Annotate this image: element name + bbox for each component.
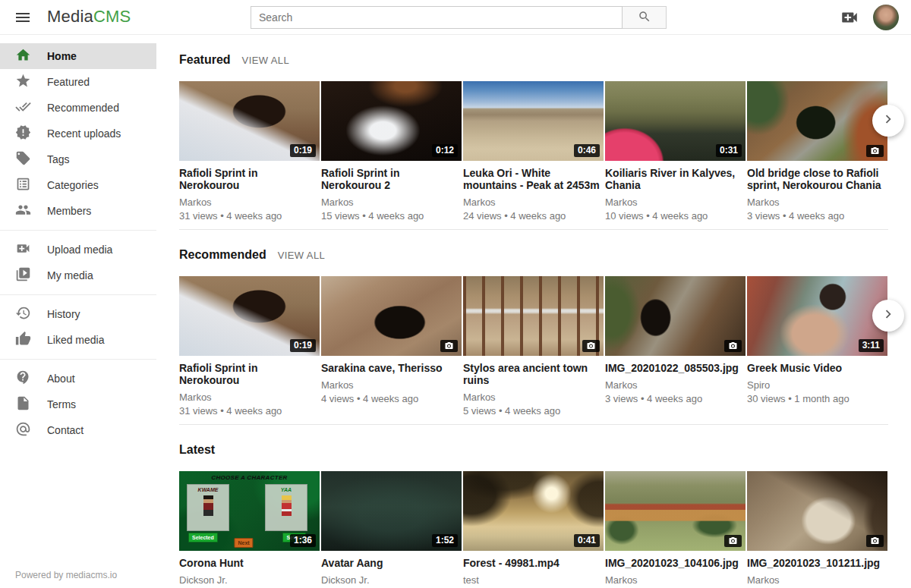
search-button[interactable] xyxy=(623,6,667,29)
camera-icon xyxy=(728,341,738,351)
divider xyxy=(0,359,156,360)
menu-icon[interactable] xyxy=(14,8,32,27)
media-card[interactable]: IMG_20201023_101211.jpg Markos 4 views •… xyxy=(747,471,887,588)
sidebar-item-tags[interactable]: Tags xyxy=(0,146,156,172)
section-recommended: Recommended VIEW ALL 0:19 Rafioli Sprint… xyxy=(179,230,888,425)
image-thumbnail[interactable] xyxy=(605,276,746,356)
media-title[interactable]: Greek Music Video xyxy=(747,362,887,374)
media-author[interactable]: Markos xyxy=(463,197,604,208)
sidebar-item-terms[interactable]: Terms xyxy=(0,391,156,417)
media-title[interactable]: IMG_20201022_085503.jpg xyxy=(605,362,746,374)
media-card[interactable]: 0:41 Forest - 49981.mp4 test 17 views • … xyxy=(463,471,604,588)
media-card[interactable]: Sarakina cave, Therisso Markos 4 views •… xyxy=(321,276,462,417)
media-title[interactable]: Koiliaris River in Kalyves, Chania xyxy=(605,167,746,191)
media-card[interactable]: 0:19 Rafioli Sprint in Nerokourou Markos… xyxy=(179,81,320,222)
media-card[interactable]: 0:31 Koiliaris River in Kalyves, Chania … xyxy=(605,81,746,222)
media-card[interactable]: 3:11 Greek Music Video Spiro 30 views • … xyxy=(747,276,887,417)
media-author[interactable]: Markos xyxy=(747,197,887,208)
video-library-icon xyxy=(15,266,31,285)
sidebar-item-recent-uploads[interactable]: Recent uploads xyxy=(0,121,156,146)
media-card[interactable]: 0:19 Rafioli Sprint in Nerokourou Markos… xyxy=(179,276,320,417)
media-author[interactable]: Markos xyxy=(463,391,604,403)
media-author[interactable]: Markos xyxy=(179,391,320,403)
media-card[interactable]: 1:52 Avatar Aang Dickson Jr. 12 views • … xyxy=(321,471,462,588)
image-thumbnail[interactable] xyxy=(463,276,604,356)
sidebar-item-my-media[interactable]: My media xyxy=(0,263,156,288)
sidebar-label: Contact xyxy=(47,424,84,436)
media-author[interactable]: Markos xyxy=(605,197,746,208)
carousel-next-button[interactable] xyxy=(872,105,904,137)
video-thumbnail[interactable]: 0:19 xyxy=(179,81,320,161)
view-all-link[interactable]: VIEW ALL xyxy=(278,250,325,261)
sidebar-item-recommended[interactable]: Recommended xyxy=(0,95,156,121)
sidebar-item-liked-media[interactable]: Liked media xyxy=(0,327,156,353)
video-thumbnail[interactable]: 3:11 xyxy=(747,276,887,356)
thumb-character-name: KWAME xyxy=(188,487,229,492)
sidebar-item-about[interactable]: About xyxy=(0,366,156,391)
video-thumbnail[interactable]: CHOOSE A CHARACTER KWAME YAA Selected Ne… xyxy=(179,471,320,551)
sidebar-item-contact[interactable]: Contact xyxy=(0,417,156,443)
media-title[interactable]: Leuka Ori - White mountains - Peak at 24… xyxy=(463,167,604,191)
user-avatar[interactable] xyxy=(873,5,899,30)
video-thumbnail[interactable]: 0:31 xyxy=(605,81,746,161)
video-thumbnail[interactable]: 0:19 xyxy=(179,276,320,356)
sidebar-item-featured[interactable]: Featured xyxy=(0,69,156,95)
media-title[interactable]: Old bridge close to Rafioli sprint, Nero… xyxy=(747,167,887,191)
media-author[interactable]: Markos xyxy=(321,379,462,391)
media-card[interactable]: IMG_20201022_085503.jpg Markos 3 views •… xyxy=(605,276,746,417)
media-card[interactable]: IMG_20201023_104106.jpg Markos 4 views •… xyxy=(605,471,746,588)
image-thumbnail[interactable] xyxy=(747,81,887,161)
media-author[interactable]: Markos xyxy=(179,197,320,208)
sidebar-item-home[interactable]: Home xyxy=(0,43,156,69)
video-upload-icon[interactable] xyxy=(840,8,859,27)
video-thumbnail[interactable]: 0:12 xyxy=(321,81,462,161)
sidebar-item-upload-media[interactable]: Upload media xyxy=(0,237,156,263)
view-all-link[interactable]: VIEW ALL xyxy=(242,55,289,66)
media-title[interactable]: Rafioli Sprint in Nerokourou xyxy=(179,362,320,386)
powered-by-link[interactable]: Powered by mediacms.io xyxy=(15,570,117,580)
media-card[interactable]: CHOOSE A CHARACTER KWAME YAA Selected Ne… xyxy=(179,471,320,588)
media-author[interactable]: Markos xyxy=(747,574,887,586)
sidebar-item-members[interactable]: Members xyxy=(0,198,156,224)
sidebar: Home Featured Recommended Recent uploads… xyxy=(0,36,156,588)
app-logo[interactable]: MediaCMS xyxy=(47,7,131,27)
media-author[interactable]: Dickson Jr. xyxy=(321,574,462,586)
media-title[interactable]: Rafioli Sprint in Nerokourou xyxy=(179,167,320,191)
thumb-selected-button: Selected xyxy=(188,533,218,542)
image-thumbnail[interactable] xyxy=(605,471,746,551)
media-title[interactable]: IMG_20201023_101211.jpg xyxy=(747,557,887,569)
media-card[interactable]: 0:46 Leuka Ori - White mountains - Peak … xyxy=(463,81,604,222)
media-author[interactable]: Markos xyxy=(605,574,746,586)
sidebar-item-categories[interactable]: Categories xyxy=(0,172,156,198)
media-meta: 3 views • 4 weeks ago xyxy=(747,210,887,222)
carousel-next-button[interactable] xyxy=(872,300,904,332)
media-title[interactable]: Avatar Aang xyxy=(321,557,462,569)
video-thumbnail[interactable]: 0:46 xyxy=(463,81,604,161)
image-thumbnail[interactable] xyxy=(747,471,887,551)
media-title[interactable]: Corona Hunt xyxy=(179,557,320,569)
media-author[interactable]: Spiro xyxy=(747,379,887,391)
media-card[interactable]: 0:12 Rafioli Sprint in Nerokourou 2 Mark… xyxy=(321,81,462,222)
search-input[interactable] xyxy=(251,6,623,29)
media-card[interactable]: Stylos area ancient town ruins Markos 5 … xyxy=(463,276,604,417)
video-thumbnail[interactable]: 1:52 xyxy=(321,471,462,551)
media-title[interactable]: IMG_20201023_104106.jpg xyxy=(605,557,746,569)
media-title[interactable]: Rafioli Sprint in Nerokourou 2 xyxy=(321,167,462,191)
media-author[interactable]: Markos xyxy=(605,379,746,391)
sidebar-item-history[interactable]: History xyxy=(0,301,156,327)
thumb-character-panel: YAA xyxy=(265,484,307,531)
thumb-up-icon xyxy=(15,331,31,350)
camera-icon xyxy=(870,146,880,156)
media-title[interactable]: Sarakina cave, Therisso xyxy=(321,362,462,374)
media-author[interactable]: Dickson Jr. xyxy=(179,574,320,586)
media-meta: 10 views • 4 weeks ago xyxy=(605,210,746,222)
video-thumbnail[interactable]: 0:41 xyxy=(463,471,604,551)
media-author[interactable]: Markos xyxy=(321,197,462,208)
media-title[interactable]: Forest - 49981.mp4 xyxy=(463,557,604,569)
media-card[interactable]: Old bridge close to Rafioli sprint, Nero… xyxy=(747,81,887,222)
image-thumbnail[interactable] xyxy=(321,276,462,356)
new-releases-icon xyxy=(15,124,31,143)
thumb-character-name: YAA xyxy=(266,487,307,492)
media-title[interactable]: Stylos area ancient town ruins xyxy=(463,362,604,386)
media-author[interactable]: test xyxy=(463,574,604,586)
